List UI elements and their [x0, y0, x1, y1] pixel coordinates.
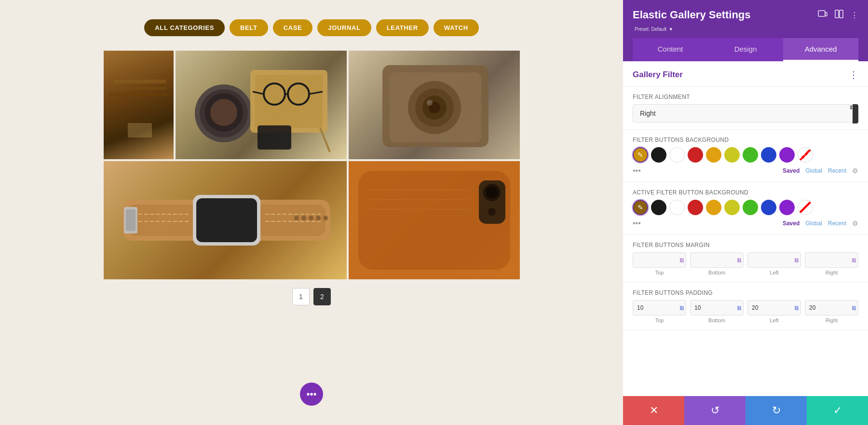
active-swatch-pen-icon: ✎: [637, 204, 643, 211]
padding-right-link-icon[interactable]: ⛓: [852, 305, 856, 311]
recent-link-1[interactable]: Recent: [828, 167, 846, 174]
svg-rect-15: [258, 125, 291, 150]
section-more-icon[interactable]: ⋮: [849, 69, 858, 81]
margin-left-link-icon[interactable]: ⛓: [794, 258, 799, 263]
padding-left-wrapper: ⛓: [747, 300, 801, 315]
redo-button[interactable]: ↻: [746, 396, 807, 425]
padding-left-col: ⛓ Left: [747, 300, 801, 323]
color-swatch-3[interactable]: [688, 147, 703, 163]
color-swatch-2[interactable]: [669, 147, 685, 163]
page-btn-1[interactable]: 1: [292, 288, 310, 305]
active-color-swatch-1[interactable]: [651, 200, 666, 215]
more-vert-icon[interactable]: ⋮: [851, 11, 858, 20]
svg-point-36: [323, 216, 328, 220]
global-link-1[interactable]: Global: [805, 167, 822, 174]
filter-alignment-wrapper: Left Center Right ⬍: [633, 104, 858, 123]
tab-content[interactable]: Content: [633, 38, 708, 61]
filter-buttons-padding-field: Filter buttons padding ⛓ Top ⛓ Bottom: [623, 283, 868, 330]
color-dots-1[interactable]: •••: [633, 166, 641, 175]
color-swatch-4[interactable]: [706, 147, 721, 163]
active-color-swatch-3[interactable]: [688, 200, 703, 215]
filter-btn-all-categories[interactable]: All Categories: [144, 19, 225, 36]
confirm-button[interactable]: ✓: [807, 396, 868, 425]
recent-link-2[interactable]: Recent: [828, 220, 846, 227]
margin-bottom-input[interactable]: [690, 252, 744, 268]
margin-right-label: Right: [826, 270, 838, 275]
saved-link-1[interactable]: Saved: [783, 167, 800, 174]
active-color-swatch-6[interactable]: [743, 200, 758, 215]
section-title-gallery-filter: Gallery Filter: [633, 70, 683, 80]
filter-buttons-row: All Categories Belt Case Journal Leather…: [144, 19, 478, 36]
gallery-grid: [104, 51, 520, 279]
margin-left-label: Left: [770, 270, 778, 275]
svg-point-44: [488, 208, 496, 216]
undo-button[interactable]: ↺: [684, 396, 746, 425]
color-settings-icon-1[interactable]: ⚙: [852, 167, 858, 175]
margin-bottom-col: ⛓ Bottom: [690, 252, 744, 275]
pagination: 1 2: [292, 288, 331, 305]
color-swatch-5[interactable]: [724, 147, 740, 163]
filter-btn-belt[interactable]: Belt: [230, 19, 268, 36]
padding-bottom-link-icon[interactable]: ⛓: [737, 305, 742, 311]
margin-left-input[interactable]: [747, 252, 801, 268]
color-swatch-1[interactable]: [651, 147, 666, 163]
page-btn-2[interactable]: 2: [313, 288, 331, 305]
active-color-swatch-0[interactable]: ✎: [633, 200, 648, 215]
color-swatch-8[interactable]: [779, 147, 795, 163]
color-swatch-none[interactable]: [798, 147, 813, 163]
columns-icon[interactable]: [834, 9, 844, 21]
filter-btn-watch[interactable]: Watch: [434, 19, 479, 36]
panel-title: Elastic Gallery Settings: [633, 9, 751, 21]
saved-link-2[interactable]: Saved: [783, 220, 800, 227]
svg-rect-51: [840, 10, 843, 18]
margin-bottom-wrapper: ⛓: [690, 252, 744, 268]
color-settings-icon-2[interactable]: ⚙: [852, 219, 858, 227]
gallery-item-1: [104, 51, 174, 159]
margin-left-col: ⛓ Left: [747, 252, 801, 275]
padding-left-input[interactable]: [747, 300, 801, 315]
padding-right-input[interactable]: [805, 300, 858, 315]
cancel-button[interactable]: ✕: [623, 396, 684, 425]
responsive-icon[interactable]: [818, 9, 827, 21]
margin-top-label: Top: [655, 270, 664, 275]
margin-top-col: ⛓ Top: [633, 252, 686, 275]
filter-btn-leather[interactable]: Leather: [376, 19, 429, 36]
margin-top-link-icon[interactable]: ⛓: [679, 258, 684, 263]
gallery-item-5: [349, 161, 520, 279]
filter-btn-case[interactable]: Case: [273, 19, 313, 36]
color-swatch-0[interactable]: ✎: [633, 147, 648, 163]
color-swatch-6[interactable]: [743, 147, 758, 163]
svg-rect-9: [255, 75, 323, 128]
gallery-filter-section: Gallery Filter ⋮: [623, 61, 868, 87]
tab-advanced[interactable]: Advanced: [783, 38, 858, 61]
canvas-area: All Categories Belt Case Journal Leather…: [0, 0, 623, 425]
active-color-swatch-2[interactable]: [669, 200, 685, 215]
color-links-1: Saved Global Recent ⚙: [783, 167, 858, 175]
color-swatch-7[interactable]: [761, 147, 776, 163]
padding-bottom-input[interactable]: [690, 300, 744, 315]
global-link-2[interactable]: Global: [805, 220, 822, 227]
margin-bottom-label: Bottom: [708, 270, 725, 275]
margin-right-input[interactable]: [805, 252, 858, 268]
filter-btn-journal[interactable]: Journal: [317, 19, 371, 36]
padding-left-link-icon[interactable]: ⛓: [794, 305, 799, 311]
color-dots-2[interactable]: •••: [633, 219, 641, 228]
padding-top-input[interactable]: [633, 300, 686, 315]
filter-alignment-select[interactable]: Left Center Right: [633, 104, 858, 123]
svg-rect-3: [128, 123, 152, 137]
active-color-swatch-5[interactable]: [724, 200, 740, 215]
active-color-swatch-4[interactable]: [706, 200, 721, 215]
fab-dots-button[interactable]: •••: [300, 383, 323, 406]
active-color-swatch-7[interactable]: [761, 200, 776, 215]
filter-buttons-bg-label: Filter buttons background: [633, 137, 858, 143]
tab-design[interactable]: Design: [708, 38, 783, 61]
margin-right-link-icon[interactable]: ⛓: [852, 258, 856, 263]
padding-top-link-icon[interactable]: ⛓: [679, 305, 684, 311]
margin-bottom-link-icon[interactable]: ⛓: [737, 258, 742, 263]
active-color-swatch-none[interactable]: [798, 200, 813, 215]
svg-rect-49: [825, 13, 827, 16]
active-color-swatch-8[interactable]: [779, 200, 795, 215]
margin-top-input[interactable]: [633, 252, 686, 268]
preset-label[interactable]: Preset: Default▼: [633, 25, 858, 32]
color-links-2: Saved Global Recent ⚙: [783, 219, 858, 227]
